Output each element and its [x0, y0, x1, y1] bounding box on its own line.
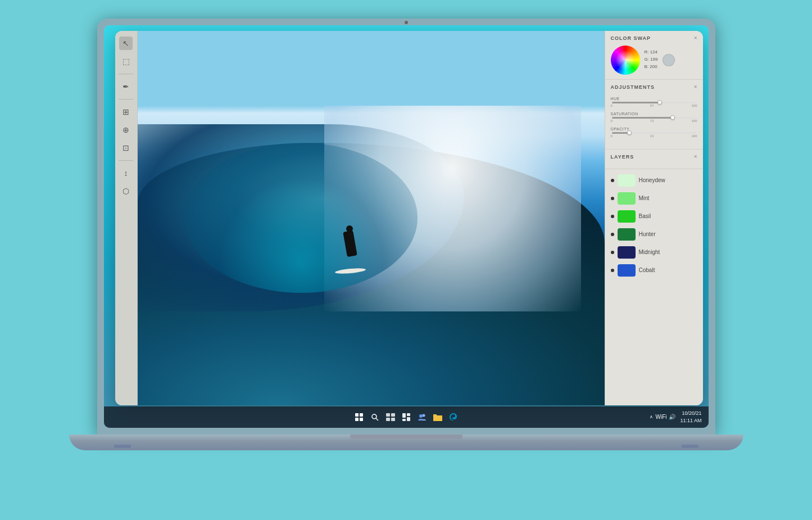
layer-name: Basil [639, 213, 651, 219]
layer-dot [611, 233, 614, 236]
layer-color-swatch [618, 264, 636, 277]
arrow-tool[interactable]: ↖ [119, 37, 133, 50]
layer-name: Mint [639, 195, 650, 201]
layer-color-swatch [618, 210, 636, 223]
sat-min: 0 [611, 119, 613, 123]
chevron-up-icon[interactable]: ∧ [650, 414, 653, 419]
transform-tool[interactable]: ↕ [119, 166, 133, 180]
camera-dot [405, 21, 408, 24]
r-value: R: 124 [645, 49, 658, 56]
svg-rect-6 [386, 413, 390, 417]
crop-tool[interactable]: ⊡ [119, 141, 133, 155]
taskbar: ∧ WiFi 🔊 10/20/21 11:11 AM [104, 406, 709, 428]
saturation-numbers: 0 72 100 [611, 119, 697, 123]
wifi-icon[interactable]: WiFi [655, 414, 666, 420]
right-panel: COLOR SWAP × R: 124 G: 199 B: 200 [605, 31, 703, 405]
taskbar-time: 11:11 AM [680, 417, 701, 424]
layer-hunter[interactable]: Hunter [605, 225, 703, 243]
adjustments-section: ADJUSTMENTS × HUE [605, 80, 703, 150]
layer-dot [611, 251, 614, 254]
brush-tool[interactable]: ✒ [119, 80, 133, 93]
hue-numbers: 0 57 100 [611, 104, 697, 107]
datetime-display[interactable]: 10/20/21 11:11 AM [680, 410, 701, 424]
grid-tool[interactable]: ⊞ [119, 105, 133, 119]
sat-value: 72 [650, 119, 654, 123]
b-value: B: 200 [645, 64, 658, 71]
layer-name: Midnight [639, 249, 660, 255]
color-swap-close[interactable]: × [694, 35, 697, 41]
toolbar: ↖ ⬚ ✒ ⊞ ⊕ ⊡ ↕ ⬡ [115, 31, 138, 405]
svg-point-14 [419, 414, 423, 418]
svg-rect-7 [391, 413, 395, 417]
layer-color-swatch [618, 192, 636, 205]
svg-line-5 [376, 418, 378, 420]
layer-name: Cobalt [639, 267, 655, 273]
adjustments-content: HUE 0 57 100 [611, 94, 697, 144]
surf-scene [138, 31, 605, 405]
layers-title: LAYERS [611, 154, 634, 160]
saturation-label: SATURATION [611, 112, 697, 116]
laptop-feet [114, 445, 698, 448]
color-preview[interactable] [663, 54, 675, 66]
laptop-screen: ↖ ⬚ ✒ ⊞ ⊕ ⊡ ↕ ⬡ [104, 25, 709, 428]
layer-basil[interactable]: Basil [605, 207, 703, 225]
adjustments-title: ADJUSTMENTS [611, 84, 655, 90]
hue-label: HUE [611, 97, 697, 101]
color-wheel[interactable] [611, 46, 640, 75]
hue-max: 100 [691, 104, 697, 107]
start-button[interactable] [353, 411, 365, 423]
wave-tunnel [184, 143, 418, 292]
extra-tool[interactable]: ⬡ [119, 184, 133, 198]
select-tool[interactable]: ⬚ [119, 55, 133, 68]
opacity-value: 21 [650, 134, 654, 138]
taskbar-date: 10/20/21 [680, 410, 701, 417]
svg-rect-0 [355, 413, 359, 417]
saturation-track[interactable] [612, 117, 696, 119]
volume-icon[interactable]: 🔊 [669, 414, 675, 420]
taskbar-center [353, 411, 460, 423]
search-button[interactable] [369, 411, 381, 423]
teams-button[interactable] [416, 411, 428, 423]
saturation-thumb[interactable] [670, 115, 675, 120]
zoom-tool[interactable]: ⊕ [119, 123, 133, 137]
svg-rect-11 [407, 413, 410, 416]
opacity-numbers: 0 21 100 [611, 134, 697, 138]
left-foot [114, 445, 131, 448]
hue-thumb[interactable] [657, 100, 662, 105]
svg-rect-10 [402, 413, 406, 418]
adjustments-close[interactable]: × [694, 84, 697, 90]
svg-rect-13 [407, 417, 410, 421]
hue-fill [612, 102, 660, 103]
surfer-figure [334, 225, 368, 276]
edge-button[interactable] [447, 411, 460, 423]
tool-separator [119, 74, 133, 74]
adjustments-header: ADJUSTMENTS × [611, 84, 697, 90]
opacity-label: OPACITY [611, 127, 697, 131]
opacity-min: 0 [611, 134, 613, 138]
layer-honeydew[interactable]: Honeydew [605, 171, 703, 189]
svg-rect-1 [360, 413, 363, 417]
layer-cobalt[interactable]: Cobalt [605, 261, 703, 279]
opacity-thumb[interactable] [627, 130, 632, 135]
saturation-fill [612, 117, 673, 119]
color-swap-header: COLOR SWAP × [611, 35, 697, 41]
layer-name: Hunter [639, 231, 656, 237]
svg-point-15 [422, 414, 425, 417]
opacity-slider-row: OPACITY 0 21 100 [611, 127, 697, 138]
hue-value: 57 [650, 104, 654, 107]
layer-mint[interactable]: Mint [605, 189, 703, 207]
layers-header-section: LAYERS × [605, 150, 703, 169]
opacity-track[interactable] [612, 132, 696, 134]
explorer-button[interactable] [432, 411, 444, 423]
layers-close[interactable]: × [694, 154, 697, 160]
sat-max: 100 [691, 119, 697, 123]
layer-color-swatch [618, 246, 636, 259]
widgets-button[interactable] [400, 411, 412, 423]
layer-midnight[interactable]: Midnight [605, 243, 703, 261]
hue-track[interactable] [612, 102, 696, 103]
screen-bezel: ↖ ⬚ ✒ ⊞ ⊕ ⊡ ↕ ⬡ [97, 19, 715, 435]
color-values: R: 124 G: 199 B: 200 [645, 49, 658, 70]
laptop-hinge [350, 435, 462, 439]
task-view-button[interactable] [384, 411, 397, 423]
color-swap-title: COLOR SWAP [611, 35, 651, 41]
